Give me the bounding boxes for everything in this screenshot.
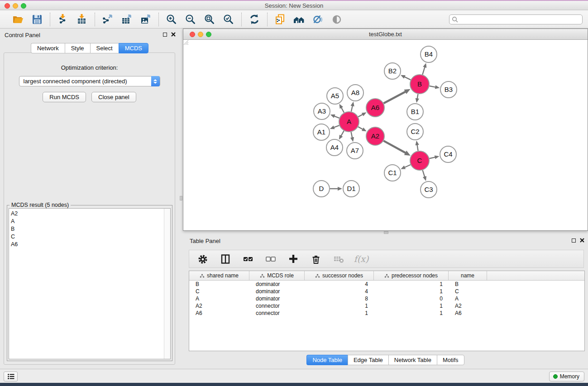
refresh-layout-icon[interactable] [248, 13, 261, 26]
run-mcds-button[interactable]: Run MCDS [43, 92, 86, 102]
import-table-icon[interactable] [76, 13, 88, 26]
tab-select[interactable]: Select [90, 43, 119, 53]
save-session-icon[interactable] [31, 13, 43, 26]
function-icon[interactable]: f(x) [355, 253, 368, 265]
node-B3[interactable]: B3 [440, 81, 457, 98]
columns-icon[interactable] [219, 253, 232, 265]
node-D[interactable]: D [313, 181, 330, 197]
select-all-icon[interactable] [242, 253, 254, 265]
hide-details-icon[interactable] [312, 13, 325, 26]
criterion-select[interactable]: largest connected component (directed) [19, 76, 160, 86]
export-network-icon[interactable] [101, 13, 114, 26]
close-table-panel-icon[interactable] [580, 238, 584, 243]
duplicate-network-icon[interactable] [274, 13, 287, 26]
node-D1[interactable]: D1 [343, 181, 359, 197]
node-B4[interactable]: B4 [421, 46, 437, 62]
node-C3[interactable]: C3 [421, 181, 437, 198]
table-row[interactable]: Cdominator41C [189, 288, 584, 295]
table-panel-header: Table Panel [183, 234, 588, 247]
table-row[interactable]: Adominator80A [189, 295, 584, 302]
network-view-window: testGlobe.txt B4B2BB3A8A5A6A3B1AA1C2A2A4… [183, 29, 588, 231]
hierarchy-icon [384, 273, 389, 278]
node-B2[interactable]: B2 [384, 63, 401, 79]
network-window-title: testGlobe.txt [183, 31, 588, 38]
delete-table-icon[interactable] [332, 253, 345, 265]
node-B[interactable]: B [410, 75, 429, 94]
node-A3[interactable]: A3 [314, 103, 330, 119]
svg-text:A3: A3 [318, 107, 326, 115]
deselect-all-icon[interactable] [264, 253, 277, 265]
tab-style[interactable]: Style [65, 43, 90, 53]
float-panel-icon[interactable] [163, 33, 167, 37]
result-item[interactable]: B [11, 225, 170, 233]
result-scrollbar[interactable] [164, 209, 170, 359]
result-item[interactable]: A [11, 218, 170, 225]
export-table-icon[interactable] [120, 13, 133, 26]
table-row[interactable]: Bdominator41B [189, 281, 584, 288]
mcds-result-title: MCDS result (5 nodes) [10, 202, 71, 208]
vertical-splitter[interactable] [179, 29, 183, 369]
home-icon[interactable] [293, 13, 306, 26]
add-icon[interactable] [287, 253, 300, 265]
memory-button[interactable]: Memory [549, 372, 584, 381]
node-A[interactable]: A [339, 112, 359, 132]
result-item[interactable]: C [11, 233, 170, 241]
table-row[interactable]: A2connector11A2 [189, 302, 584, 310]
zoom-selected-icon[interactable] [222, 13, 235, 26]
network-window-titlebar[interactable]: testGlobe.txt [183, 29, 588, 40]
node-C2[interactable]: C2 [407, 124, 423, 140]
tab-network-table[interactable]: Network Table [388, 355, 437, 365]
node-C4[interactable]: C4 [440, 146, 456, 162]
column-header-successor-nodes[interactable]: successor nodes [305, 271, 374, 280]
delete-icon[interactable] [310, 253, 322, 265]
node-C[interactable]: C [410, 151, 429, 170]
column-header-name[interactable]: name [449, 271, 487, 280]
node-A1[interactable]: A1 [313, 124, 330, 140]
node-A6[interactable]: A6 [366, 99, 384, 117]
import-network-icon[interactable] [57, 13, 69, 26]
float-table-panel-icon[interactable] [572, 238, 576, 243]
network-canvas[interactable]: B4B2BB3A8A5A6A3B1AA1C2A2A4A7C4CC1C3DD1 [183, 40, 588, 230]
zoom-out-icon[interactable] [184, 13, 197, 26]
result-item[interactable]: A6 [11, 241, 170, 248]
node-A8[interactable]: A8 [347, 85, 363, 101]
criterion-selected-value: largest connected component (directed) [24, 78, 127, 85]
tab-network[interactable]: Network [31, 43, 65, 53]
table-tabs: Node TableEdge TableNetwork TableMotifs [183, 355, 588, 365]
show-details-icon[interactable] [331, 13, 344, 26]
node-B1[interactable]: B1 [407, 104, 423, 120]
gear-icon[interactable] [196, 253, 209, 265]
tab-mcds[interactable]: MCDS [119, 43, 148, 53]
resize-grip-icon[interactable] [183, 40, 189, 45]
svg-text:A2: A2 [371, 132, 379, 140]
result-item[interactable]: A2 [11, 210, 170, 218]
zoom-in-icon[interactable] [165, 13, 178, 26]
node-A2[interactable]: A2 [366, 127, 384, 145]
search-input[interactable] [449, 14, 583, 24]
horizontal-splitter[interactable] [183, 231, 588, 234]
node-A5[interactable]: A5 [327, 88, 343, 104]
hidden-panels-button[interactable] [4, 372, 18, 381]
column-header-predecessor-nodes[interactable]: predecessor nodes [374, 271, 449, 280]
node-table: shared nameMCDS rolesuccessor nodesprede… [189, 271, 585, 351]
node-A4[interactable]: A4 [326, 139, 343, 156]
table-row[interactable]: A6connector11A6 [189, 310, 584, 317]
tab-motifs[interactable]: Motifs [437, 355, 464, 365]
open-session-icon[interactable] [12, 13, 24, 26]
column-header-MCDS-role[interactable]: MCDS role [249, 271, 305, 280]
edge-B-B4 [422, 67, 425, 75]
tab-node-table[interactable]: Node Table [306, 355, 348, 365]
column-header-shared-name[interactable]: shared name [189, 271, 249, 280]
tab-edge-table[interactable]: Edge Table [348, 355, 388, 365]
export-image-icon[interactable] [139, 13, 152, 26]
hierarchy-icon [260, 273, 265, 278]
node-C1[interactable]: C1 [384, 165, 401, 181]
zoom-fit-icon[interactable] [203, 13, 216, 26]
close-panel-icon[interactable] [171, 32, 176, 37]
table-panel-title: Table Panel [190, 238, 220, 244]
node-A7[interactable]: A7 [347, 143, 363, 159]
mcds-result-list[interactable]: A2ABCA6 [9, 208, 171, 359]
svg-text:C4: C4 [444, 150, 452, 158]
edge-B-B3 [430, 86, 436, 87]
close-panel-button[interactable]: Close panel [91, 92, 136, 102]
